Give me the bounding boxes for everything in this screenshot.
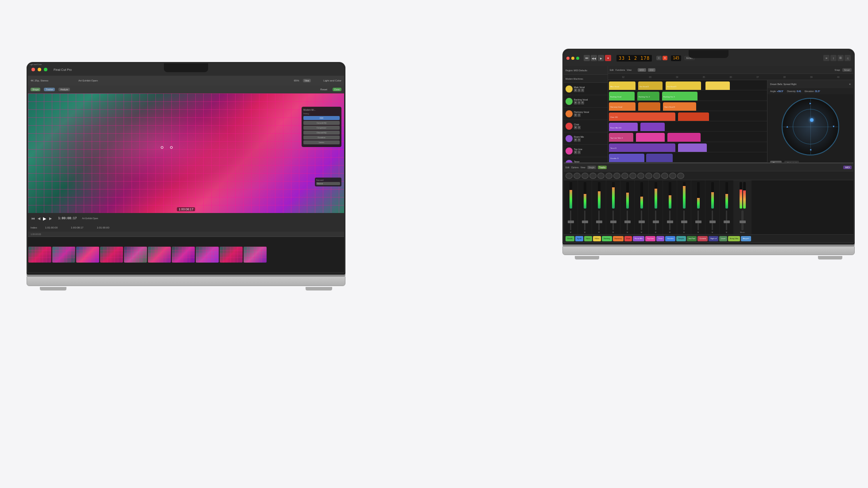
library-btn[interactable]: ≡	[823, 55, 829, 61]
send-knob-11[interactable]	[645, 173, 652, 179]
fcp-view-badge[interactable]: View	[303, 79, 311, 82]
clip-7a[interactable]: Tenor G	[609, 143, 675, 152]
send-knob-12[interactable]	[653, 173, 660, 179]
send-knob-1[interactable]	[566, 173, 573, 179]
clip-2c[interactable]: Backing Voc 3	[662, 92, 698, 101]
mixer-edit-btn[interactable]: Edit	[566, 166, 570, 169]
clip-3a[interactable]: Harmony Vocal	[609, 102, 636, 111]
fader-1[interactable]	[570, 210, 571, 230]
mute-btn-1[interactable]: M	[574, 89, 577, 92]
master-fader[interactable]	[741, 210, 744, 230]
minimize-button[interactable]	[38, 68, 41, 71]
send-knob-15[interactable]	[677, 173, 684, 179]
rec-btn-2[interactable]: R	[581, 101, 584, 105]
mute-btn-4[interactable]: M	[574, 126, 577, 129]
clip-2b[interactable]: Backing Voc 2	[637, 92, 659, 101]
clip-1a[interactable]: Main Vocal	[609, 81, 636, 90]
clip-1d[interactable]	[705, 81, 730, 90]
clip-1b[interactable]: Voc Vocal 2	[638, 81, 663, 90]
fast-reverse-btn[interactable]: ◀◀	[591, 55, 597, 61]
sp-planar-btn[interactable]: Planar	[770, 161, 782, 163]
fcp-tracker-badge[interactable]: Tracker	[44, 88, 55, 91]
send-knob-10[interactable]	[637, 173, 644, 179]
mute-btn-5[interactable]: M	[574, 138, 577, 142]
fader-4[interactable]	[612, 210, 614, 230]
solo-btn-3[interactable]: S	[577, 113, 581, 117]
inspector-btn[interactable]: i	[830, 55, 837, 61]
fcp-overdrive-btn[interactable]: Overdrive	[303, 136, 340, 139]
play-pause-icon[interactable]: ▶	[43, 216, 46, 221]
fcp-done-badge[interactable]: Done	[333, 88, 341, 91]
fader-thumb-10[interactable]	[695, 221, 701, 223]
clip-8b[interactable]	[646, 154, 673, 163]
clip-4b[interactable]	[678, 112, 709, 121]
send-knob-4[interactable]	[589, 173, 597, 179]
clip-2a[interactable]: Backing Vocal	[609, 92, 635, 101]
fader-thumb-5[interactable]	[624, 221, 631, 223]
rewind-btn[interactable]: ⏮	[584, 55, 590, 61]
mute-btn-3[interactable]: M	[574, 113, 577, 117]
clip-6b[interactable]	[636, 133, 665, 142]
fader-thumb-8[interactable]	[667, 221, 673, 223]
fader-thumb-4[interactable]	[610, 221, 616, 223]
send-knob-14[interactable]	[669, 173, 676, 179]
send-knob-6[interactable]	[605, 173, 612, 179]
snap-smart-btn[interactable]: Smart	[842, 68, 852, 72]
fader-thumb-6[interactable]	[639, 221, 645, 223]
fcp-compressor-btn[interactable]: Compressor	[303, 126, 340, 130]
piano-roll-btn[interactable]: ♫	[845, 55, 851, 61]
master-fader-thumb[interactable]	[740, 221, 746, 223]
fader-11[interactable]	[712, 210, 713, 230]
fader-thumb-1[interactable]	[568, 221, 574, 223]
clip-6a[interactable]: Top Line Take 3	[609, 133, 633, 142]
fader-thumb-12[interactable]	[724, 221, 730, 223]
fcp-channel-eq[interactable]: Channel EQ	[303, 131, 340, 135]
fader-thumb-11[interactable]	[709, 221, 716, 223]
next-frame-icon[interactable]: ▶	[49, 217, 52, 221]
fcp-analyze-badge[interactable]: Analyze	[58, 88, 70, 91]
functions-label[interactable]: Functions	[616, 69, 625, 71]
view-label[interactable]: View	[627, 69, 632, 71]
logic-close-btn[interactable]	[566, 57, 570, 60]
send-knob-8[interactable]	[621, 173, 628, 179]
fader-8[interactable]	[669, 210, 670, 230]
clip-4a[interactable]: Choir GG	[609, 112, 675, 121]
solo-btn-4[interactable]: S	[577, 126, 581, 129]
logic-cycle-btn[interactable]: C	[656, 56, 662, 60]
fader-thumb-7[interactable]	[653, 221, 659, 223]
send-knob-13[interactable]	[661, 173, 668, 179]
close-button[interactable]	[31, 68, 35, 71]
prev-frame-icon[interactable]: ◀	[38, 217, 40, 221]
clip-5b[interactable]	[640, 123, 665, 132]
play-icon[interactable]: ⏮	[31, 217, 35, 221]
sp-close-icon[interactable]: ✕	[849, 83, 851, 85]
solo-btn-6[interactable]: S	[577, 151, 581, 154]
fader-12[interactable]	[726, 210, 727, 230]
fader-thumb-9[interactable]	[681, 221, 687, 223]
fader-thumb-3[interactable]	[596, 221, 602, 223]
midi-btn[interactable]: MIDI	[638, 68, 646, 72]
fcp-consoleeq-btn[interactable]: Console EQ	[303, 121, 340, 125]
mixer-tracks-btn[interactable]: Tracks	[598, 166, 607, 169]
solo-btn-5[interactable]: S	[577, 138, 581, 142]
send-knob-2[interactable]	[574, 173, 581, 179]
fcp-reset-btn[interactable]: Reset	[320, 88, 327, 91]
mixer-single-btn[interactable]: Single	[587, 166, 596, 169]
fader-thumb-2[interactable]	[582, 221, 588, 223]
mute-btn-2[interactable]: M	[574, 101, 577, 105]
fader-7[interactable]	[655, 210, 656, 230]
fader-2[interactable]	[584, 210, 585, 230]
sp-position-dot[interactable]	[810, 118, 814, 122]
send-knob-3[interactable]	[581, 173, 589, 179]
solo-btn-1[interactable]: S	[577, 89, 581, 92]
solo-btn-2[interactable]: S	[577, 101, 581, 105]
edit-label[interactable]: Edit	[610, 69, 614, 71]
clip-7b[interactable]	[678, 143, 707, 152]
fader-3[interactable]	[598, 210, 600, 230]
midi-channel-btn[interactable]: MIDI	[843, 166, 852, 169]
mixer-options-btn[interactable]: Options	[571, 166, 579, 169]
clip-1c[interactable]: Voc Vocal 3	[666, 81, 701, 90]
fcp-shape-badge[interactable]: Shape	[31, 88, 40, 91]
mixer-btn[interactable]: ⊞	[837, 55, 844, 61]
play-btn[interactable]: ▶	[598, 55, 604, 61]
